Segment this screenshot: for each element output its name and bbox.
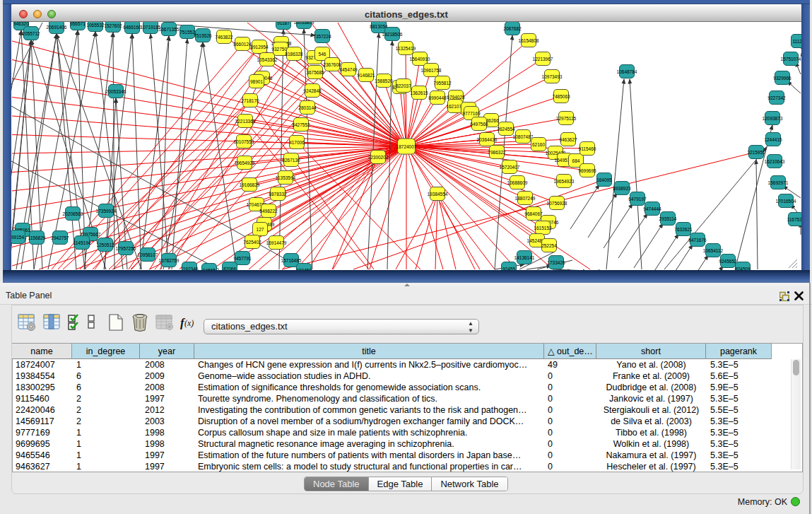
svg-text:12213369: 12213369 (235, 119, 256, 124)
svg-text:5498222: 5498222 (259, 209, 278, 214)
svg-text:12975115: 12975115 (556, 116, 577, 121)
svg-text:956571: 956571 (70, 22, 86, 26)
svg-text:7632621: 7632621 (674, 227, 693, 232)
svg-text:127: 127 (257, 227, 264, 232)
svg-text:9474444: 9474444 (643, 206, 661, 211)
svg-text:1250513: 1250513 (96, 243, 114, 247)
svg-text:1733426: 1733426 (547, 260, 565, 265)
svg-text:10719185: 10719185 (141, 25, 161, 30)
svg-text:1588520: 1588520 (375, 78, 393, 83)
svg-text:1192346: 1192346 (181, 267, 199, 271)
svg-text:11123: 11123 (792, 39, 801, 44)
svg-text:6479197: 6479197 (628, 197, 647, 201)
svg-text:1167533: 1167533 (787, 217, 801, 222)
svg-text:17016504: 17016504 (776, 199, 796, 204)
svg-text:9227342: 9227342 (767, 95, 786, 100)
svg-text:10107553: 10107553 (234, 139, 254, 144)
svg-text:11325419: 11325419 (396, 46, 416, 51)
svg-text:9777169: 9777169 (462, 111, 481, 116)
svg-text:16154808: 16154808 (519, 38, 539, 43)
svg-text:19166829: 19166829 (240, 182, 260, 187)
svg-text:1244415: 1244415 (764, 137, 782, 142)
svg-text:10958107: 10958107 (138, 252, 158, 257)
svg-text:20364436: 20364436 (477, 137, 498, 142)
svg-text:19654923: 19654923 (554, 179, 575, 184)
svg-text:12093873: 12093873 (763, 116, 783, 121)
svg-text:7485063: 7485063 (552, 94, 570, 99)
svg-text:7986322: 7986322 (488, 150, 506, 155)
svg-text:9245652: 9245652 (719, 259, 737, 264)
svg-text:8186328: 8186328 (285, 52, 303, 57)
svg-text:10807487: 10807487 (513, 134, 534, 139)
svg-text:20053346: 20053346 (106, 89, 126, 94)
svg-text:92455: 92455 (502, 267, 515, 271)
svg-text:8938923: 8938923 (613, 186, 631, 191)
svg-text:102450: 102450 (296, 268, 312, 271)
svg-text:7625402: 7625402 (243, 240, 261, 245)
svg-text:2935114: 2935114 (659, 216, 677, 221)
svg-text:14136141: 14136141 (514, 255, 535, 260)
svg-text:7515526: 7515526 (194, 33, 212, 38)
svg-text:20691406: 20691406 (47, 25, 67, 30)
svg-text:546: 546 (319, 52, 326, 57)
svg-text:1615152: 1615152 (534, 226, 552, 230)
svg-text:94565: 94565 (203, 268, 216, 271)
svg-text:2803144: 2803144 (298, 105, 317, 110)
svg-text:6794028: 6794028 (447, 95, 465, 100)
svg-text:87066: 87066 (223, 267, 236, 271)
svg-text:7955812: 7955812 (433, 81, 452, 86)
svg-text:252254: 252254 (541, 243, 557, 248)
svg-text:16033809: 16033809 (294, 22, 314, 25)
svg-text:62160: 62160 (532, 142, 545, 147)
svg-text:9463627: 9463627 (559, 137, 577, 142)
svg-text:15716485: 15716485 (281, 258, 302, 263)
svg-text:12300203: 12300203 (368, 155, 389, 160)
svg-text:10543362: 10543362 (257, 57, 278, 62)
svg-text:6466160: 6466160 (123, 25, 141, 30)
svg-text:7463822: 7463822 (215, 35, 233, 40)
svg-text:15751074: 15751074 (781, 57, 801, 62)
svg-text:3215955: 3215955 (747, 150, 765, 155)
svg-text:16782759: 16782759 (159, 258, 180, 263)
svg-text:20206563: 20206563 (63, 211, 83, 216)
svg-text:99154: 99154 (11, 235, 24, 240)
svg-text:(x): (x) (184, 318, 194, 328)
svg-text:10688609: 10688609 (507, 180, 528, 185)
svg-text:2718170: 2718170 (241, 98, 259, 103)
svg-text:2055712: 2055712 (22, 31, 40, 36)
svg-text:19384554: 19384554 (428, 192, 448, 197)
svg-text:12213967: 12213967 (533, 57, 553, 62)
svg-text:824509: 824509 (735, 267, 751, 271)
svg-text:8427552: 8427552 (292, 122, 310, 127)
svg-text:19654925: 19654925 (235, 160, 255, 165)
svg-text:16671355: 16671355 (159, 27, 180, 32)
svg-text:18724007: 18724007 (396, 144, 417, 149)
svg-text:16914479: 16914479 (266, 240, 287, 245)
svg-text:946320: 946320 (13, 22, 29, 26)
svg-text:10648784: 10648784 (617, 69, 637, 74)
svg-text:8454749: 8454749 (339, 67, 358, 72)
svg-text:9115460: 9115460 (579, 146, 596, 151)
svg-text:2367608: 2367608 (323, 62, 341, 67)
svg-text:8990448: 8990448 (428, 95, 447, 100)
svg-text:2942757: 2942757 (51, 235, 69, 240)
svg-text:10973493: 10973493 (542, 74, 563, 79)
svg-text:15692971: 15692971 (768, 180, 789, 185)
svg-text:1527602: 1527602 (104, 23, 122, 28)
svg-text:9146821: 9146821 (357, 73, 375, 78)
svg-text:822037: 822037 (396, 83, 411, 88)
svg-text:751552: 751552 (180, 30, 195, 35)
svg-text:10756928: 10756928 (547, 201, 567, 206)
svg-text:8912954: 8912954 (250, 45, 269, 49)
svg-text:8267130: 8267130 (282, 158, 300, 163)
svg-text:8813054: 8813054 (370, 24, 388, 29)
svg-text:9699695: 9699695 (578, 168, 596, 173)
svg-text:9457791: 9457791 (233, 256, 252, 261)
svg-text:10961758: 10961758 (421, 68, 442, 73)
svg-text:98901: 98901 (250, 79, 263, 84)
svg-text:91187: 91187 (277, 22, 290, 25)
svg-text:17359924: 17359924 (96, 209, 117, 214)
svg-text:3675685: 3675685 (306, 70, 324, 75)
svg-text:3624554: 3624554 (497, 127, 515, 132)
svg-text:9684067: 9684067 (524, 211, 543, 216)
